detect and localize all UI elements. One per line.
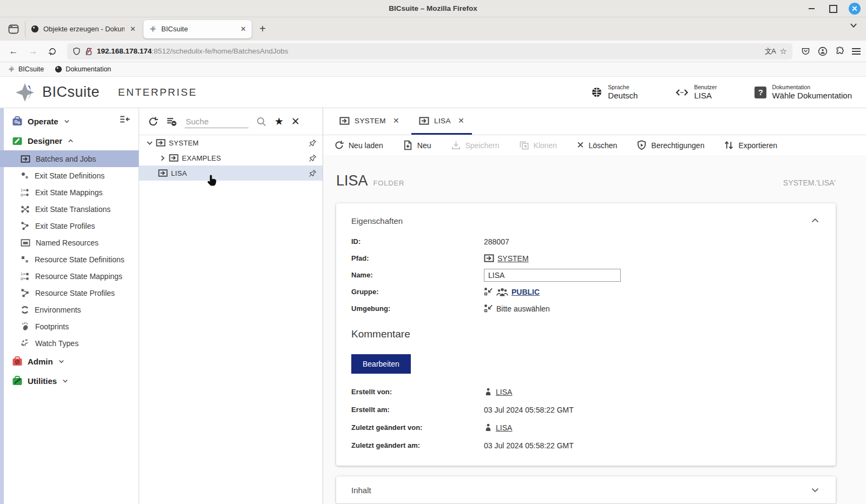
mapping-dots-icon: 10: [21, 188, 30, 197]
button-label: Klonen: [534, 141, 557, 150]
export-button[interactable]: Exportieren: [724, 140, 777, 150]
browser-navbar: ← → 192.168.178.174:8512/schedulix-fe/ho…: [0, 41, 866, 62]
browser-tab-dokumentation[interactable]: Objekte erzeugen - Dokume ✕: [25, 20, 141, 38]
browser-tab-bicsuite[interactable]: BICsuite ✕: [143, 20, 252, 38]
collapse-chevron-up-icon[interactable]: [810, 215, 821, 226]
page-title: LISA: [336, 173, 368, 189]
sidebar-section-operate[interactable]: Operate: [0, 111, 139, 131]
translate-icon[interactable]: 文A: [765, 47, 776, 56]
sidebar-item-resource-state-definitions[interactable]: Resource State Definitions: [0, 251, 139, 268]
tree-node-examples[interactable]: EXAMPLES: [139, 150, 323, 165]
menu-hamburger-icon[interactable]: [852, 48, 861, 55]
parent-folder-link[interactable]: SYSTEM: [497, 254, 529, 263]
workspace-tab-lisa[interactable]: LISA ✕: [411, 108, 472, 135]
close-window-button[interactable]: [849, 3, 861, 15]
firefox-view-icon[interactable]: [4, 21, 23, 37]
edit-comments-button[interactable]: Bearbeiten: [351, 354, 411, 374]
caret-right-icon[interactable]: [159, 154, 167, 162]
sidebar-item-exit-state-translations[interactable]: Exit State Translations: [0, 201, 139, 217]
tree-filter-icon[interactable]: [166, 116, 177, 127]
browser-tabstrip: Objekte erzeugen - Dokume ✕ BICsuite ✕ +: [0, 17, 866, 41]
choose-icon[interactable]: [484, 287, 493, 296]
workspace-tab-system[interactable]: SYSTEM ✕: [332, 108, 407, 135]
tab-close-icon[interactable]: ✕: [130, 25, 136, 33]
url-bar[interactable]: 192.168.178.174:8512/schedulix-fe/home/B…: [67, 43, 792, 59]
tree-close-icon[interactable]: ✕: [291, 115, 300, 128]
sidebar-item-batches-and-jobs[interactable]: Batches and Jobs: [0, 150, 139, 167]
search-input[interactable]: [185, 115, 248, 128]
pin-icon[interactable]: [308, 138, 317, 148]
search-icon[interactable]: [256, 116, 267, 127]
tab-close-icon[interactable]: ✕: [393, 116, 399, 125]
sidebar-item-label: Named Resources: [36, 238, 99, 247]
close-icon: ✕: [576, 140, 584, 151]
bookmark-star-icon[interactable]: ☆: [780, 47, 787, 56]
tree-node-lisa[interactable]: LISA: [139, 165, 323, 181]
reload-button[interactable]: Neu laden: [334, 140, 383, 150]
sidebar-item-watch-types[interactable]: Watch Types: [0, 335, 139, 352]
sidebar-item-environments[interactable]: Environments: [0, 301, 139, 318]
tree-node-label: EXAMPLES: [182, 154, 221, 162]
tree-reload-icon[interactable]: [148, 116, 159, 127]
tab-close-icon[interactable]: ✕: [240, 25, 246, 33]
workspace: SYSTEM ✕ LISA ✕ Neu laden Neu: [323, 108, 866, 504]
permissions-button[interactable]: Berechtigungen: [637, 140, 704, 150]
new-button[interactable]: Neu: [403, 140, 431, 150]
list-all-tabs-icon[interactable]: [849, 21, 858, 30]
tracking-shield-icon[interactable]: [73, 47, 81, 56]
created-at-value: 03 Jul 2024 05:58:22 GMT: [484, 406, 574, 414]
favorites-star-icon[interactable]: ★: [274, 115, 284, 128]
sidebar-item-footprints[interactable]: Footprints: [0, 318, 139, 335]
back-button[interactable]: ←: [5, 43, 22, 59]
bookmark-dokumentation[interactable]: Dokumentation: [55, 65, 111, 73]
environment-placeholder: Bitte auswählen: [496, 304, 550, 313]
language-selector[interactable]: Sprache Deutsch: [591, 84, 638, 101]
account-icon[interactable]: [818, 47, 828, 56]
bookmark-bicsuite[interactable]: BICsuite: [8, 65, 44, 73]
changed-by-link[interactable]: LISA: [496, 423, 512, 432]
group-link[interactable]: PUBLIC: [511, 288, 540, 296]
page-title-row: LISA FOLDER SYSTEM.'LISA': [336, 173, 836, 189]
tree-node-system[interactable]: SYSTEM: [139, 135, 323, 150]
bookmark-label: Dokumentation: [65, 65, 111, 73]
minimize-button[interactable]: [805, 3, 817, 15]
clone-button[interactable]: Klonen: [519, 140, 557, 150]
extensions-puzzle-icon[interactable]: [835, 47, 844, 56]
field-row-created-by: Erstellt von: LISA: [351, 383, 821, 400]
pin-icon[interactable]: [308, 154, 317, 163]
created-by-link[interactable]: LISA: [496, 388, 512, 396]
sidebar-item-exit-state-mappings[interactable]: 10 Exit State Mappings: [0, 184, 139, 201]
reload-button[interactable]: [44, 43, 61, 59]
delete-button[interactable]: ✕ Löschen: [576, 140, 617, 151]
name-input[interactable]: [484, 269, 621, 282]
sidebar-item-exit-state-definitions[interactable]: Exit State Definitions: [0, 167, 139, 184]
sidebar-item-resource-state-profiles[interactable]: Resource State Profiles: [0, 284, 139, 301]
sidebar-section-utilities[interactable]: Utilities: [0, 371, 139, 390]
choose-icon[interactable]: [484, 304, 493, 313]
caret-down-icon[interactable]: [146, 139, 154, 147]
url-host: 192.168.178.174: [97, 47, 152, 55]
sidebar: Operate Designer Batches and Jobs Exit S…: [0, 108, 139, 504]
save-button[interactable]: Speichern: [451, 140, 500, 150]
insecure-lock-icon[interactable]: [85, 47, 93, 56]
sidebar-item-resource-state-mappings[interactable]: 10 Resource State Mappings: [0, 268, 139, 284]
sidebar-section-designer[interactable]: Designer: [0, 131, 139, 150]
sidebar-collapse-icon[interactable]: [119, 115, 131, 124]
documentation-selector[interactable]: ? Dokumentation Wähle Dokumentation: [755, 84, 852, 101]
group-icon: [496, 287, 508, 297]
sidebar-section-admin[interactable]: Admin: [0, 352, 139, 371]
maximize-button[interactable]: [827, 3, 839, 15]
pin-icon[interactable]: [308, 169, 317, 178]
url-text: 192.168.178.174:8512/schedulix-fe/home/B…: [97, 47, 288, 55]
sidebar-item-named-resources[interactable]: Named Resources: [0, 234, 139, 251]
expand-chevron-down-icon[interactable]: [810, 485, 821, 495]
sidebar-item-exit-state-profiles[interactable]: Exit State Profiles: [0, 217, 139, 234]
field-label: Erstellt von:: [351, 388, 484, 396]
new-tab-button[interactable]: +: [254, 21, 271, 37]
detail-scroll-area: LISA FOLDER SYSTEM.'LISA' Eigenschaften …: [323, 155, 866, 504]
field-row-id: ID: 288007: [351, 234, 821, 249]
tab-close-icon[interactable]: ✕: [458, 116, 464, 125]
forward-button[interactable]: →: [25, 43, 41, 59]
user-selector[interactable]: Benutzer LISA: [675, 84, 717, 101]
pocket-icon[interactable]: [801, 47, 810, 56]
